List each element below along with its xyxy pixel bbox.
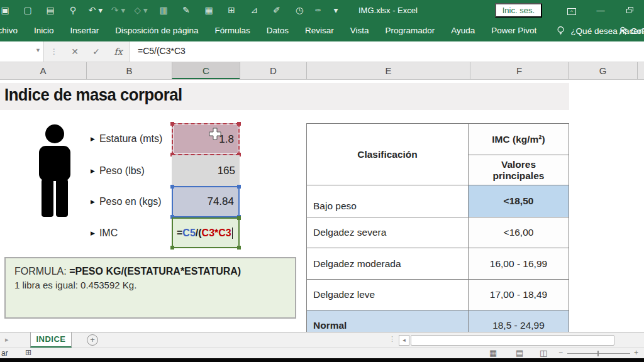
column-header-b[interactable]: B: [86, 62, 172, 79]
peso-kgs-value: 74.84: [207, 195, 234, 208]
label-peso-kgs[interactable]: ▶ Peso en (kgs): [91, 186, 172, 217]
view-page-layout-icon[interactable]: ▤: [516, 348, 523, 358]
formula-note-box[interactable]: FORMULA: =PESO KG/(ESTATURA*ESTATURA) 1 …: [4, 257, 296, 319]
column-header-h-partial[interactable]: [637, 62, 644, 79]
document-title: IMG.xlsx - Excel: [358, 6, 418, 15]
share-person-icon: [619, 26, 628, 35]
worksheet: Indice de masa corporal ▶ Estatura (mts)…: [0, 80, 644, 332]
zoom-slider-track[interactable]: [567, 353, 630, 354]
fill-color-icon[interactable]: ◇ ▾: [130, 0, 152, 20]
tab-power-pivot[interactable]: Power Pivot: [483, 20, 545, 41]
translate-icon[interactable]: «»: [311, 0, 325, 20]
column-header-e[interactable]: E: [306, 62, 470, 79]
label-estatura[interactable]: ▶ Estatura (mts): [91, 123, 172, 155]
undo-icon[interactable]: ↶ ▾: [84, 0, 107, 20]
customize-qat-icon[interactable]: ▾: [325, 0, 347, 20]
cell-peso-kgs-value[interactable]: 74.84: [172, 186, 240, 217]
tab-vista[interactable]: Vista: [342, 20, 377, 41]
cell-estatura-value[interactable]: 1.8: [172, 123, 240, 155]
form-icon[interactable]: ▥: [152, 0, 175, 20]
minimize-icon[interactable]: —: [586, 6, 615, 15]
restore-icon[interactable]: [615, 6, 644, 15]
table-row-value[interactable]: 17,00 - 18,49: [469, 280, 569, 310]
ribbon-display-options-icon[interactable]: ^: [557, 6, 586, 15]
zoom-out-button[interactable]: −: [558, 348, 563, 357]
clock-icon[interactable]: ◷: [288, 0, 311, 20]
label-imc[interactable]: ▶ IMC: [91, 217, 172, 249]
sheet-nav-right-icon[interactable]: ▸: [5, 336, 9, 344]
tab-programador[interactable]: Programador: [377, 20, 443, 41]
column-headers: A B C D E F G: [0, 62, 644, 80]
new-workbook-icon[interactable]: ▢: [16, 0, 39, 20]
status-bar: ar ⊞ ▦ ▤ ◫ − +: [0, 348, 644, 358]
cell-handle: [170, 185, 174, 189]
cell-handle: [237, 122, 241, 126]
tab-ayuda[interactable]: Ayuda: [443, 20, 483, 41]
insert-function-icon[interactable]: fx: [107, 47, 130, 57]
formula-bar-grip[interactable]: ⋮: [44, 47, 64, 56]
table-header-clasificacion[interactable]: Clasificación: [307, 124, 469, 185]
name-box[interactable]: ▼: [0, 41, 44, 62]
formula-ref-c5: C5: [182, 228, 195, 239]
conversion-note: 1 libra es igual: 0.453592 Kg.: [14, 280, 295, 290]
cell-styles-icon[interactable]: ▦: [197, 0, 220, 20]
new-sheet-button[interactable]: +: [87, 334, 98, 346]
hierarchy-icon[interactable]: ⊞: [220, 0, 243, 20]
column-header-a[interactable]: A: [0, 62, 86, 79]
formula-operator: /(: [196, 228, 202, 239]
table-row-label[interactable]: Normal: [307, 310, 469, 332]
table-row-label[interactable]: Bajo peso: [307, 185, 469, 217]
table-row-value[interactable]: <18,50: [469, 185, 569, 217]
column-header-c[interactable]: C: [172, 62, 240, 79]
tab-inicio[interactable]: Inicio: [26, 20, 62, 41]
cell-handle: [237, 216, 241, 220]
share-button[interactable]: Compartir: [619, 20, 644, 41]
zoom-in-button[interactable]: +: [634, 348, 638, 357]
peso-lbs-value: 165: [218, 165, 235, 177]
table-row-value[interactable]: 18,5 - 24,99: [469, 310, 569, 332]
open-icon[interactable]: ▤: [39, 0, 62, 20]
person-silhouette-icon[interactable]: [35, 124, 75, 217]
hscroll-left-button[interactable]: ◂: [399, 335, 409, 346]
column-header-g[interactable]: G: [568, 62, 637, 79]
print-preview-icon[interactable]: ⚲: [62, 0, 84, 20]
chart-edit-icon[interactable]: ⊿: [243, 0, 265, 20]
cell-imc-formula[interactable]: =C5/(C3*C3: [172, 217, 240, 248]
table-row-label[interactable]: Delgadez moderada: [307, 248, 469, 280]
tab-disposicion[interactable]: Disposición de página: [107, 20, 206, 41]
sign-in-button[interactable]: Inic. ses.: [495, 3, 542, 18]
zoom-slider-thumb[interactable]: [597, 351, 599, 356]
table-header-valores[interactable]: Valores principales: [469, 155, 569, 185]
confirm-entry-icon[interactable]: ✓: [86, 47, 107, 57]
cell-peso-lbs-value[interactable]: 165: [172, 155, 240, 186]
tab-archivo[interactable]: Archivo: [0, 20, 26, 41]
table-row-label[interactable]: Delgadez leve: [307, 280, 469, 310]
save-icon[interactable]: ▣: [0, 0, 16, 20]
tabbar-splitter-icon[interactable]: ⋮: [389, 335, 396, 343]
tab-revisar[interactable]: Revisar: [297, 20, 342, 41]
cancel-entry-icon[interactable]: ✕: [64, 47, 86, 57]
table-row-value[interactable]: <16,00: [469, 217, 569, 248]
sheet-heading[interactable]: Indice de masa corporal: [4, 85, 182, 105]
sheet-tab-indice[interactable]: INDICE: [30, 332, 72, 348]
view-page-break-icon[interactable]: ◫: [540, 348, 547, 358]
edit-box-icon[interactable]: ✐: [265, 0, 288, 20]
formula-input[interactable]: =C5/(C3*C3: [130, 41, 644, 62]
table-header-imc[interactable]: IMC (kg/m²): [469, 124, 569, 155]
bullet-triangle-icon: ▶: [91, 136, 95, 142]
table-row-value[interactable]: 16,00 - 16,99: [469, 248, 569, 280]
macro-record-icon[interactable]: ⊞: [25, 348, 31, 357]
horizontal-scrollbar[interactable]: [411, 335, 614, 346]
draw-table-icon[interactable]: ✎: [175, 0, 197, 20]
tab-formulas[interactable]: Fórmulas: [206, 20, 258, 41]
label-peso-lbs[interactable]: ▶ Peso (lbs): [91, 155, 172, 187]
view-normal-icon[interactable]: ▦: [489, 348, 497, 358]
redo-icon[interactable]: ↷ ▾: [107, 0, 130, 20]
table-row-label[interactable]: Delgadez severa: [307, 217, 469, 248]
column-header-f[interactable]: F: [470, 62, 568, 79]
tab-datos[interactable]: Datos: [258, 20, 297, 41]
column-header-d[interactable]: D: [240, 62, 306, 79]
name-box-dropdown-icon[interactable]: ▼: [35, 47, 41, 53]
tab-insertar[interactable]: Insertar: [62, 20, 108, 41]
label-estatura-text: Estatura (mts): [99, 133, 162, 145]
